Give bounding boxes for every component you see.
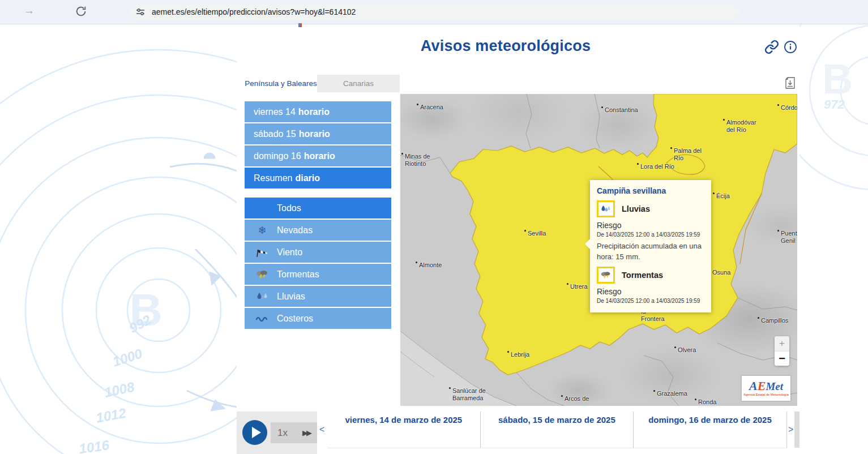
day-label-bold: diario	[295, 173, 320, 183]
windsock-icon	[255, 247, 270, 258]
reload-icon[interactable]	[75, 5, 87, 18]
zoom-out-button[interactable]: −	[775, 352, 789, 366]
svg-text:1000: 1000	[110, 345, 144, 369]
empty-icon-slot	[255, 203, 270, 214]
speed-value: 1x	[277, 427, 288, 439]
timeline-day-viernes[interactable]: viernes, 14 de marzo de 2025	[327, 412, 481, 448]
day-label-bold: horario	[298, 107, 330, 117]
day-button-sabado[interactable]: sábado 15horario	[245, 123, 391, 144]
raindrops-icon	[255, 291, 270, 302]
download-icon[interactable]	[785, 77, 795, 89]
filter-button-tormentas[interactable]: Tormentas	[245, 264, 391, 285]
map-city-label: Constantina	[605, 106, 638, 114]
speed-control[interactable]: 1x ▶▶	[271, 422, 317, 443]
map-city-label: Sevilla	[528, 230, 546, 237]
filter-label: Todos	[277, 203, 301, 213]
tooltip-title: Campiña sevillana	[597, 186, 704, 195]
favicon-artifact	[298, 23, 302, 27]
map-city-label: Palma del Río	[674, 147, 702, 162]
url-text: aemet.es/es/eltiempo/prediccion/avisos?w…	[152, 7, 356, 16]
svg-text:1012: 1012	[95, 405, 127, 426]
map-city-label: Córdo	[781, 104, 797, 112]
timeline[interactable]: viernes, 14 de marzo de 2025 sábado, 15 …	[327, 412, 787, 448]
filter-button-costeros[interactable]: Costeros	[245, 308, 391, 329]
svg-text:972: 972	[824, 97, 845, 112]
url-bar[interactable]: aemet.es/es/eltiempo/prediccion/avisos?w…	[129, 4, 741, 20]
storm-icon	[255, 269, 270, 280]
timeline-scrollbar[interactable]	[794, 412, 799, 448]
tab-label: Península y Baleares	[245, 79, 317, 88]
map-city-label: Almodóvar del Río	[726, 119, 756, 134]
map-city-label: Aracena	[420, 104, 443, 111]
timeline-next-arrow[interactable]: >	[788, 425, 793, 435]
svg-text:992: 992	[126, 312, 154, 336]
logo-letter-e: E	[758, 379, 766, 393]
warning-description: Precipitación acumulada en una hora: 15 …	[597, 241, 704, 263]
day-label: viernes 14	[254, 107, 296, 117]
animation-controls: 1x ▶▶	[237, 412, 317, 454]
site-settings-icon[interactable]	[135, 6, 146, 18]
map-city-label: Lora del Río	[640, 163, 674, 170]
map-city-label: Ronda	[698, 399, 716, 406]
tab-label: Canarias	[343, 79, 374, 88]
warning-period: De 14/03/2025 12:00 a 14/03/2025 19:59	[597, 298, 704, 304]
day-button-resumen[interactable]: Resumendiario	[245, 168, 391, 189]
filter-button-todos[interactable]: Todos	[245, 198, 391, 219]
aemet-logo: AEMet Agencia Estatal de Meteorología	[742, 376, 790, 401]
browser-toolbar: → aemet.es/es/eltiempo/prediccion/avisos…	[0, 0, 868, 24]
warning-level: Riesgo	[597, 287, 704, 296]
map-city-label: Puente Genil	[781, 230, 797, 245]
svg-text:B: B	[822, 55, 853, 102]
filter-button-viento[interactable]: Viento	[245, 242, 391, 263]
day-button-viernes[interactable]: viernes 14horario	[245, 101, 391, 122]
map-city-label: Lebrija	[511, 351, 529, 358]
filter-label: Nevadas	[277, 225, 313, 235]
map-city-label: Minas de Riotinto	[405, 153, 430, 168]
page-title: Avisos meteorológicos	[237, 37, 775, 55]
day-button-domingo[interactable]: domingo 16horario	[245, 145, 391, 166]
info-icon[interactable]	[784, 40, 797, 54]
logo-subtext: Agencia Estatal de Meteorología	[743, 393, 789, 397]
raindrops-icon	[601, 204, 611, 213]
timeline-day-domingo[interactable]: domingo, 16 de marzo de 2025	[634, 412, 787, 448]
logo-letter-a: A	[749, 379, 758, 393]
snowflake-icon: ❄	[255, 225, 270, 236]
rain-warning-iconbox	[597, 200, 615, 217]
day-label: domingo 16	[254, 151, 301, 161]
tab-peninsula-baleares[interactable]: Península y Baleares	[245, 75, 317, 92]
waves-icon	[255, 313, 270, 324]
map-city-label: Almonte	[419, 262, 442, 269]
map-city-label: Écija	[716, 192, 730, 200]
map-city-label: Osuna	[712, 269, 730, 276]
day-label-bold: horario	[304, 151, 335, 161]
svg-text:1016: 1016	[78, 437, 110, 454]
fast-forward-icon[interactable]: ▶▶	[302, 429, 310, 437]
map-city-label: Utrera	[570, 283, 588, 290]
storm-warning-iconbox	[597, 267, 615, 284]
link-icon[interactable]	[764, 40, 779, 54]
tab-canarias[interactable]: Canarias	[317, 75, 400, 92]
storm-icon	[600, 271, 612, 280]
play-button[interactable]	[242, 420, 267, 445]
day-label: Resumen	[254, 173, 292, 183]
svg-text:B: B	[130, 285, 163, 335]
day-label: sábado 15	[254, 129, 296, 139]
filter-label: Tormentas	[277, 269, 319, 280]
filter-label: Lluvias	[277, 292, 305, 302]
map-city-label: Sanlúcar de Barrameda	[452, 387, 486, 402]
map-zoom-control: + −	[775, 336, 789, 366]
warning-type: Tormentas	[622, 271, 663, 280]
map-city-label: Olvera	[678, 346, 696, 354]
forward-icon[interactable]: →	[24, 5, 35, 17]
logo-letters-met: Met	[766, 380, 783, 392]
filter-button-lluvias[interactable]: Lluvias	[245, 286, 391, 307]
timeline-prev-arrow[interactable]: <	[319, 425, 324, 435]
svg-text:1008: 1008	[103, 379, 136, 400]
filter-label: Costeros	[277, 314, 313, 324]
zoom-in-button[interactable]: +	[775, 336, 789, 352]
day-label-bold: horario	[299, 129, 330, 139]
tooltip-arrow	[585, 239, 590, 249]
timeline-day-sabado[interactable]: sábado, 15 de marzo de 2025	[481, 412, 634, 448]
warning-level: Riesgo	[597, 221, 704, 230]
filter-button-nevadas[interactable]: ❄ Nevadas	[245, 220, 391, 241]
